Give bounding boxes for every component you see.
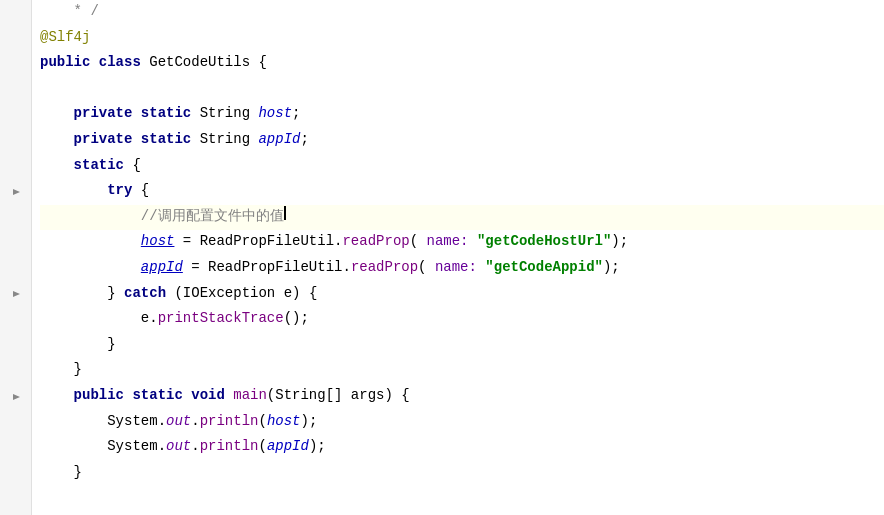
- token-host3: host: [267, 410, 301, 432]
- token-classname: GetCodeUtils {: [149, 51, 267, 73]
- token-catch-paren: (IOException e) {: [174, 282, 317, 304]
- code-line-13: e.printStackTrace();: [40, 307, 884, 333]
- token-catch: catch: [124, 282, 174, 304]
- token-private2: private: [74, 128, 141, 150]
- token-assign2: = ReadPropFileUtil.: [183, 256, 351, 278]
- token-indent: [40, 333, 107, 355]
- code-editor: * / @Slf4j public class GetCodeUtils { p…: [0, 0, 884, 515]
- token-brace4: }: [74, 358, 82, 380]
- text-cursor: [284, 206, 286, 220]
- token-indent: [40, 358, 74, 380]
- token-comment-chinese: //调用配置文件中的值: [141, 205, 284, 227]
- token-brace5: }: [74, 461, 82, 483]
- code-line-8: try {: [40, 179, 884, 205]
- code-line-2: @Slf4j: [40, 26, 884, 52]
- token-param-name: name:: [427, 230, 477, 252]
- token-host: host: [258, 102, 292, 124]
- token-println: println: [200, 410, 259, 432]
- code-line-19: }: [40, 461, 884, 487]
- token-dot: .: [191, 410, 199, 432]
- code-line-3: public class GetCodeUtils {: [40, 51, 884, 77]
- code-line-6: private static String appId;: [40, 128, 884, 154]
- token-paren9: );: [309, 435, 326, 457]
- token-out2: out: [166, 435, 191, 457]
- token-indent: [40, 282, 107, 304]
- code-line-4: [40, 77, 884, 103]
- token-println2: println: [200, 435, 259, 457]
- code-line-16: public static void main(String[] args) {: [40, 384, 884, 410]
- svg-marker-0: [13, 189, 20, 195]
- token-indent: [40, 435, 107, 457]
- token-static2: static: [141, 128, 200, 150]
- token-brace: {: [132, 154, 140, 176]
- token-indent: [40, 179, 107, 201]
- token-system2: System.: [107, 435, 166, 457]
- token-brace3: }: [107, 333, 115, 355]
- token-paren7: );: [300, 410, 317, 432]
- token-class: class: [99, 51, 149, 73]
- code-line-11: appId = ReadPropFileUtil.readProp( name:…: [40, 256, 884, 282]
- token-semi: ;: [292, 102, 300, 124]
- token-param-name2: name:: [435, 256, 485, 278]
- token-public2: public: [74, 384, 133, 406]
- token-indent: [40, 230, 141, 252]
- token-paren5: ();: [284, 307, 309, 329]
- token-indent: [40, 410, 107, 432]
- token-void: void: [191, 384, 233, 406]
- token-paren3: (: [418, 256, 435, 278]
- token-out: out: [166, 410, 191, 432]
- token-indent: [40, 205, 141, 227]
- line-gutter: [0, 0, 32, 515]
- token-indent: [40, 154, 74, 176]
- token-e: e.: [141, 307, 158, 329]
- code-line-18: System.out.println(appId);: [40, 435, 884, 461]
- token-paren6: (: [258, 410, 266, 432]
- token-brace2: {: [141, 179, 149, 201]
- token-static: static: [141, 102, 200, 124]
- code-line-5: private static String host;: [40, 102, 884, 128]
- token-string-type2: String: [200, 128, 259, 150]
- token-appid: appId: [258, 128, 300, 150]
- token-method2: readProp: [351, 256, 418, 278]
- token-paren8: (: [258, 435, 266, 457]
- token-appid2: appId: [141, 256, 183, 278]
- token-appid3: appId: [267, 435, 309, 457]
- token-indent: [40, 384, 74, 406]
- token-indent: [40, 102, 74, 124]
- token-paren4: );: [603, 256, 620, 278]
- token-indent: [40, 256, 141, 278]
- code-line-1: * /: [40, 0, 884, 26]
- code-line-15: }: [40, 358, 884, 384]
- arrow-icon-2: [11, 289, 21, 299]
- arrow-icon: [11, 187, 21, 197]
- token-public: public: [40, 51, 99, 73]
- code-line-10: host = ReadPropFileUtil.readProp( name: …: [40, 230, 884, 256]
- code-line-17: System.out.println(host);: [40, 410, 884, 436]
- svg-marker-2: [13, 394, 20, 400]
- token-paren2: );: [611, 230, 628, 252]
- token-paren: (: [410, 230, 427, 252]
- token-main-args: (String[] args) {: [267, 384, 410, 406]
- code-line-7: static {: [40, 154, 884, 180]
- token-printstacktrace: printStackTrace: [158, 307, 284, 329]
- token-indent: [40, 128, 74, 150]
- token-try: try: [107, 179, 141, 201]
- token-semi2: ;: [300, 128, 308, 150]
- code-content: * / @Slf4j public class GetCodeUtils { p…: [32, 0, 884, 515]
- code-line-14: }: [40, 333, 884, 359]
- token-string-type: String: [200, 102, 259, 124]
- token-static3: static: [74, 154, 133, 176]
- token-private: private: [74, 102, 141, 124]
- token-system: System.: [107, 410, 166, 432]
- token-host2: host: [141, 230, 175, 252]
- token-string2: "getCodeAppid": [485, 256, 603, 278]
- token-dot2: .: [191, 435, 199, 457]
- code-line-9: //调用配置文件中的值: [40, 205, 884, 231]
- token-method: readProp: [342, 230, 409, 252]
- token-static4: static: [132, 384, 191, 406]
- code-line-12: } catch (IOException e) {: [40, 282, 884, 308]
- token-main: main: [233, 384, 267, 406]
- token-annotation: @Slf4j: [40, 26, 90, 48]
- token-cbrace: }: [107, 282, 124, 304]
- token-string1: "getCodeHostUrl": [477, 230, 611, 252]
